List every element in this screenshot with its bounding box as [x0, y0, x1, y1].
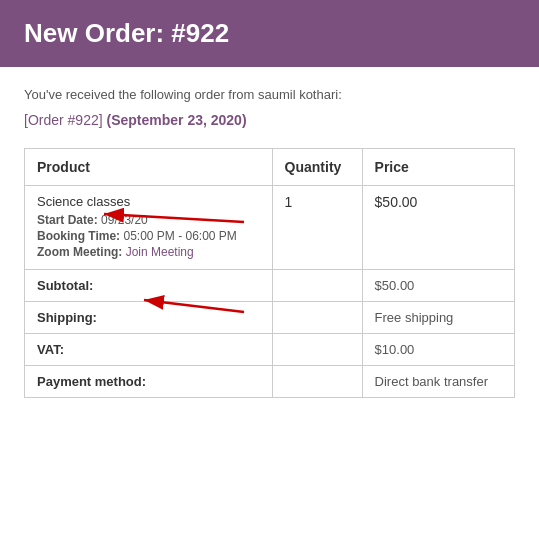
order-link-line: [Order #922] (September 23, 2020)	[24, 112, 515, 128]
table-row-shipping: Shipping: Free shipping	[25, 302, 515, 334]
product-name: Science classes	[37, 194, 260, 209]
product-cell: Science classes Start Date: 09/23/20 Boo…	[25, 186, 273, 270]
join-meeting-link[interactable]: Join Meeting	[126, 245, 194, 259]
col-price: Price	[362, 149, 514, 186]
vat-value-cell: $10.00	[362, 334, 514, 366]
table-row-product: Science classes Start Date: 09/23/20 Boo…	[25, 186, 515, 270]
table-row-subtotal: Subtotal: $50.00	[25, 270, 515, 302]
booking-time-label: Booking Time:	[37, 229, 120, 243]
shipping-label-cell: Shipping:	[25, 302, 273, 334]
payment-empty-cell	[272, 366, 362, 398]
subtotal-empty-cell	[272, 270, 362, 302]
order-date: (September 23, 2020)	[107, 112, 247, 128]
quantity-cell: 1	[272, 186, 362, 270]
col-product: Product	[25, 149, 273, 186]
order-table-wrapper: Product Quantity Price Science classes S…	[24, 148, 515, 398]
page-title: New Order: #922	[24, 18, 515, 49]
price-cell: $50.00	[362, 186, 514, 270]
shipping-empty-cell	[272, 302, 362, 334]
order-table: Product Quantity Price Science classes S…	[24, 148, 515, 398]
col-quantity: Quantity	[272, 149, 362, 186]
product-zoom: Zoom Meeting: Join Meeting	[37, 245, 260, 259]
table-header-row: Product Quantity Price	[25, 149, 515, 186]
vat-empty-cell	[272, 334, 362, 366]
booking-time-value: 05:00 PM - 06:00 PM	[123, 229, 236, 243]
payment-value-cell: Direct bank transfer	[362, 366, 514, 398]
intro-text: You've received the following order from…	[24, 87, 515, 102]
product-booking-time: Booking Time: 05:00 PM - 06:00 PM	[37, 229, 260, 243]
payment-label-cell: Payment method:	[25, 366, 273, 398]
table-row-vat: VAT: $10.00	[25, 334, 515, 366]
start-date-value: 09/23/20	[101, 213, 148, 227]
shipping-value-cell: Free shipping	[362, 302, 514, 334]
table-row-payment: Payment method: Direct bank transfer	[25, 366, 515, 398]
subtotal-label-cell: Subtotal:	[25, 270, 273, 302]
zoom-label: Zoom Meeting:	[37, 245, 122, 259]
subtotal-value-cell: $50.00	[362, 270, 514, 302]
order-link[interactable]: [Order #922]	[24, 112, 103, 128]
start-date-label: Start Date:	[37, 213, 98, 227]
header: New Order: #922	[0, 0, 539, 67]
vat-label-cell: VAT:	[25, 334, 273, 366]
product-start-date: Start Date: 09/23/20	[37, 213, 260, 227]
